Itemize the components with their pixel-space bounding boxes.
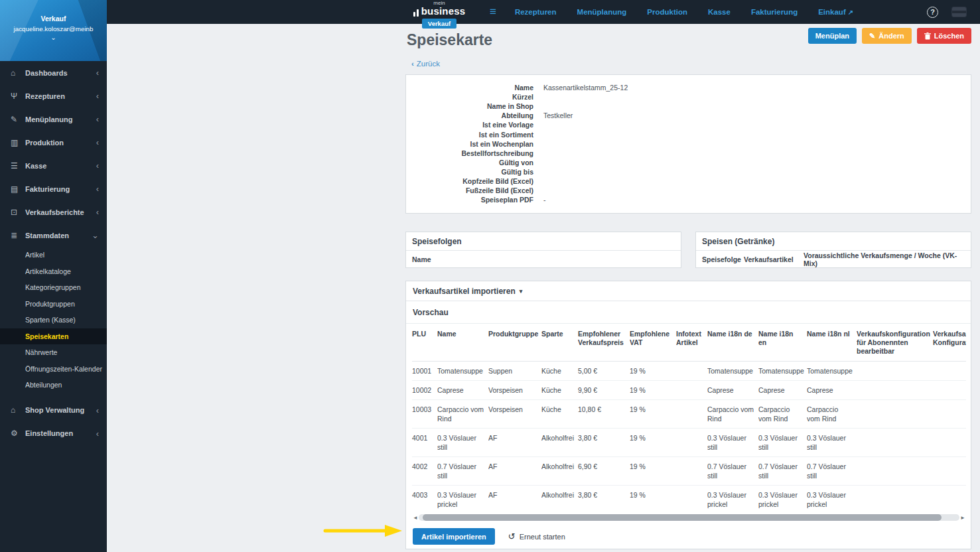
speisefolgen-panel: Speisefolgen Name (405, 232, 681, 268)
sidebar-item[interactable]: ☰ Kasse ‹ (0, 154, 107, 177)
table-cell: Tomatensuppe (437, 362, 488, 381)
sidebar-subitem[interactable]: Speisekarten (0, 328, 107, 345)
detail-field: Name in Shop (406, 102, 971, 111)
top-nav-item[interactable]: Fakturierung (751, 8, 800, 16)
table-cell: 9,90 € (578, 381, 630, 400)
table-cell (676, 457, 707, 486)
field-label: Name (406, 84, 533, 92)
annotation-arrow (320, 500, 405, 551)
top-nav-item[interactable]: Einkauf↗ (818, 8, 853, 16)
table-row: 4002 0.7 Vöslauer still AF Alkoholfrei 6… (412, 457, 966, 486)
top-nav-item[interactable]: Menüplanung (577, 8, 629, 16)
sidebar-item-label: Verkaufsberichte (25, 208, 96, 216)
edit-button[interactable]: ✎Ändern (862, 28, 912, 44)
field-label: Gültig von (406, 159, 533, 167)
topbar-right: ? (927, 0, 967, 24)
sidebar-item-label: Rezepturen (25, 92, 96, 100)
table-cell (676, 400, 707, 429)
table-cell: 0.7 Vöslauer still (758, 457, 807, 486)
table-cell: 19 % (630, 429, 676, 457)
field-label: Kopfzeile Bild (Excel) (406, 177, 533, 185)
sidebar-subitem[interactable]: Nährwerte (0, 344, 107, 361)
table-cell: 0.7 Vöslauer still (437, 457, 488, 486)
main-content: Speisekarte Menüplan ✎Ändern Löschen ‹Zu… (107, 24, 980, 552)
scrollbar-track[interactable] (419, 514, 959, 521)
language-flag-icon[interactable] (951, 7, 967, 17)
chevron-icon: ‹ (96, 405, 99, 415)
scroll-right-icon[interactable]: ► (959, 515, 966, 521)
field-label: Bestellfortschreibung (406, 149, 533, 157)
table-cell: AF (488, 486, 541, 509)
page-actions: Menüplan ✎Ändern Löschen (808, 28, 971, 44)
sidebar-item[interactable]: ▥ Produktion ‹ (0, 131, 107, 154)
table-cell (857, 400, 933, 429)
chevron-down-icon: ⌄ (0, 34, 107, 41)
sidebar-subitem[interactable]: Artikelkataloge (0, 263, 107, 280)
chevron-icon: ‹ (96, 137, 99, 147)
sidebar-item[interactable]: ⌂ Dashboards ‹ (0, 61, 107, 84)
table-cell: 0.3 Vöslauer still (758, 429, 807, 457)
table-cell (857, 457, 933, 486)
table-cell: Alkoholfrei (541, 457, 578, 486)
user-account-box[interactable]: Verkauf jacqueline.koloszar@meinb ⌄ (0, 0, 107, 61)
delete-button[interactable]: Löschen (917, 28, 971, 44)
sidebar-subitem[interactable]: Sparten (Kasse) (0, 312, 107, 328)
sidebar-item[interactable]: ▤ Fakturierung ‹ (0, 177, 107, 200)
detail-field: Kopfzeile Bild (Excel) (406, 176, 971, 186)
sidebar-item[interactable]: Ψ Rezepturen ‹ (0, 84, 107, 107)
topbar: mein business Verkauf ≡ RezepturenMenüpl… (0, 0, 980, 24)
table-cell: 4001 (412, 429, 437, 457)
sidebar-subitem[interactable]: Abteilungen (0, 377, 107, 393)
sidebar-item[interactable]: ⊡ Verkaufsberichte ‹ (0, 200, 107, 224)
table-cell: Caprese (758, 381, 807, 400)
user-role: Verkauf (0, 15, 107, 23)
table-cell (676, 429, 707, 457)
field-label: Kürzel (406, 93, 533, 101)
table-cell (676, 362, 707, 381)
table-cell: Carpaccio vom Rind (707, 400, 758, 429)
top-nav-item[interactable]: Rezepturen (515, 8, 559, 16)
menuplan-button[interactable]: Menüplan (808, 28, 857, 44)
field-value: Testkeller (543, 111, 573, 119)
sidebar-item[interactable]: ≣ Stammdaten ⌄ (0, 224, 107, 247)
import-articles-button[interactable]: Artikel importieren (413, 528, 495, 545)
sidebar-item-icon: ▤ (11, 184, 25, 194)
sidebar-item-icon: ⌂ (11, 68, 25, 78)
detail-field: Fußzeile Bild (Excel) (406, 186, 971, 195)
sidebar-item[interactable]: ✎ Menüplanung ‹ (0, 107, 107, 131)
scrollbar-thumb[interactable] (423, 514, 942, 521)
chevron-down-icon: ▾ (520, 288, 523, 295)
hamburger-menu-icon[interactable]: ≡ (490, 5, 496, 19)
pencil-icon: ✎ (869, 32, 875, 40)
table-cell: Tomatensuppe (807, 362, 857, 381)
sidebar-item[interactable]: ⌂ Shop Verwaltung ‹ (0, 399, 107, 422)
preview-table-container: PLUNameProduktgruppeSparteEmpfohlener Ve… (412, 324, 966, 508)
horizontal-scrollbar[interactable]: ◄ ► (412, 514, 966, 521)
sidebar-subitem[interactable]: Kategoriegruppen (0, 279, 107, 296)
table-cell: 0.3 Vöslauer prickel (707, 486, 758, 509)
chevron-icon: ⌄ (92, 230, 99, 240)
sidebar-subitem[interactable]: Produktgruppen (0, 296, 107, 312)
sidebar-subitem[interactable]: Artikel (0, 247, 107, 263)
table-cell (676, 381, 707, 400)
table-cell: Alkoholfrei (541, 486, 578, 509)
import-footer: Artikel importieren ↺ Erneut starten (413, 528, 565, 545)
app-logo[interactable]: mein business Verkauf (406, 1, 472, 29)
import-panel-header[interactable]: Verkaufsartikel importieren ▾ (406, 281, 971, 301)
table-cell: 6,90 € (578, 457, 630, 486)
sidebar-subitem[interactable]: Öffnungszeiten-Kalender (0, 361, 107, 378)
help-icon[interactable]: ? (927, 7, 938, 18)
table-column-header: Name i18n en (758, 324, 807, 362)
top-nav-item[interactable]: Kasse (708, 8, 733, 16)
sidebar-item[interactable]: ⚙ Einstellungen ‹ (0, 422, 107, 445)
table-cell: Tomatensuppe (758, 362, 807, 381)
scroll-left-icon[interactable]: ◄ (412, 515, 419, 521)
table-cell (933, 429, 966, 457)
table-cell: Alkoholfrei (541, 429, 578, 457)
top-nav-item[interactable]: Produktion (647, 8, 689, 16)
logo-bar-icon (417, 9, 419, 17)
table-cell: 0.7 Vöslauer still (707, 457, 758, 486)
field-label: Gültig bis (406, 168, 533, 176)
restart-link[interactable]: ↺ Erneut starten (508, 531, 565, 541)
back-link[interactable]: ‹Zurück (411, 60, 440, 68)
